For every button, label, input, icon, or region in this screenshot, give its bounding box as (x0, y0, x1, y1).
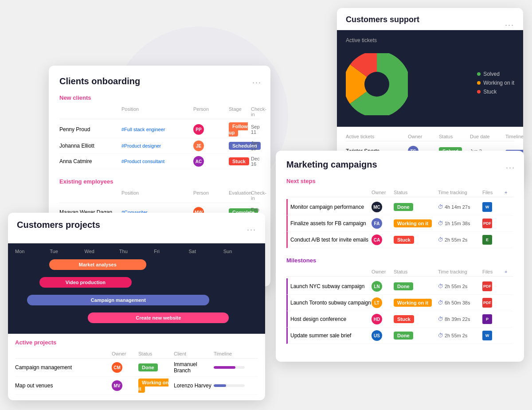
gantt-row: Create new website (15, 311, 258, 327)
gantt-bar-video: Video production (39, 277, 132, 288)
marketing-title: Marketing campaigns (286, 160, 513, 170)
new-clients-title: New clients (59, 94, 260, 101)
milestones-header: Owner Status Time tracking Files + (286, 267, 513, 277)
add-next-step-button[interactable]: + (505, 190, 513, 195)
table-row: Johanna Elliott #Product designer JE Sch… (59, 138, 260, 154)
solved-dot (477, 72, 481, 76)
support-table-header: Active tickets Owner Status Due date Tim… (346, 132, 514, 141)
existing-employees-title: Existing employees (59, 178, 260, 185)
table-row: Update summer sale brief US Done ⏱ 2h 55… (286, 328, 513, 344)
projects-title: Customers projects (17, 220, 256, 230)
pie-chart (346, 53, 408, 115)
legend-stuck: Stuck (477, 89, 514, 95)
legend-solved: Solved (477, 71, 514, 77)
projects-table-header: Owner Status Client Timeline (15, 349, 258, 359)
projects-table: Active projects Owner Status Client Time… (8, 334, 265, 400)
table-row: Launch NYC subway campaign LN Done ⏱ 2h … (286, 278, 513, 295)
table-row: Host design conference HD Stuck ⏱ 8h 39m… (286, 311, 513, 328)
working-dot (477, 81, 481, 85)
new-clients-section: New clients Position Person Stage Check-… (59, 94, 260, 169)
gantt-row: Market analyses (15, 258, 258, 273)
active-tickets-label: Active tickets (346, 37, 514, 43)
table-row: Monitor campaign performance MC Done ⏱ 4… (286, 199, 513, 215)
table-row: Finalize assets for FB campaign FA Worki… (286, 215, 513, 232)
active-projects-label: Active projects (15, 339, 258, 346)
new-clients-header: Position Person Stage Check-in (59, 105, 260, 119)
projects-header: ... Customers projects (8, 213, 265, 243)
new-clients-rows: Penny Proud #Full stack engineer PP Foll… (59, 121, 260, 169)
pie-chart-container: Solved Working on it Stuck (346, 49, 514, 120)
gantt-row: Campaign management (15, 293, 258, 309)
table-row: Penny Proud #Full stack engineer PP Foll… (59, 121, 260, 138)
gantt-chart: Mon Tue Wed Thu Fri Sat Sun Market analy… (8, 243, 265, 334)
pie-legend: Solved Working on it Stuck (477, 71, 514, 98)
next-steps-title: Next steps (286, 178, 513, 184)
support-body: Active tickets Solved Working on it (337, 30, 523, 127)
add-milestone-button[interactable]: + (505, 269, 513, 274)
gantt-bar-market: Market analyses (49, 259, 146, 270)
clients-card-title: Clients onboarding (59, 76, 260, 86)
support-title: Customers support (346, 15, 514, 24)
projects-menu[interactable]: ... (247, 223, 256, 233)
table-row: Campaign management CM Done Immanuel Bra… (15, 359, 258, 377)
table-row: Conduct A/B test for invite emails CA St… (286, 232, 513, 248)
gantt-header: Mon Tue Wed Thu Fri Sat Sun (15, 249, 258, 254)
milestones-section: Milestones Owner Status Time tracking Fi… (286, 257, 513, 344)
table-row: Launch Toronto subway campaign LT Workin… (286, 295, 513, 311)
support-header: ... Customers support (337, 8, 523, 30)
clients-card-menu[interactable]: ... (252, 76, 262, 86)
gantt-bar-website: Create new website (88, 312, 229, 323)
next-steps-section: Next steps Owner Status Time tracking Fi… (286, 178, 513, 248)
gantt-row: Video production (15, 275, 258, 291)
gantt-bar-campaign: Campaign management (27, 295, 209, 305)
customers-projects-card: ... Customers projects Mon Tue Wed Thu F… (8, 213, 265, 400)
milestones-title: Milestones (286, 257, 513, 264)
legend-working: Working on it (477, 80, 514, 86)
employees-header: Position Person Evaluation Check-in (59, 188, 260, 203)
next-steps-header: Owner Status Time tracking Files + (286, 188, 513, 197)
support-menu[interactable]: ... (505, 19, 514, 28)
table-row: Anna Catmire #Product consultant AC Stuc… (59, 154, 260, 169)
svg-point-3 (364, 72, 389, 97)
marketing-menu[interactable]: ... (506, 161, 515, 171)
marketing-campaigns-card: ... Marketing campaigns Next steps Owner… (276, 151, 524, 362)
table-row: Map out venues MV Working on it Lorenzo … (15, 377, 258, 395)
stuck-dot (477, 90, 481, 94)
